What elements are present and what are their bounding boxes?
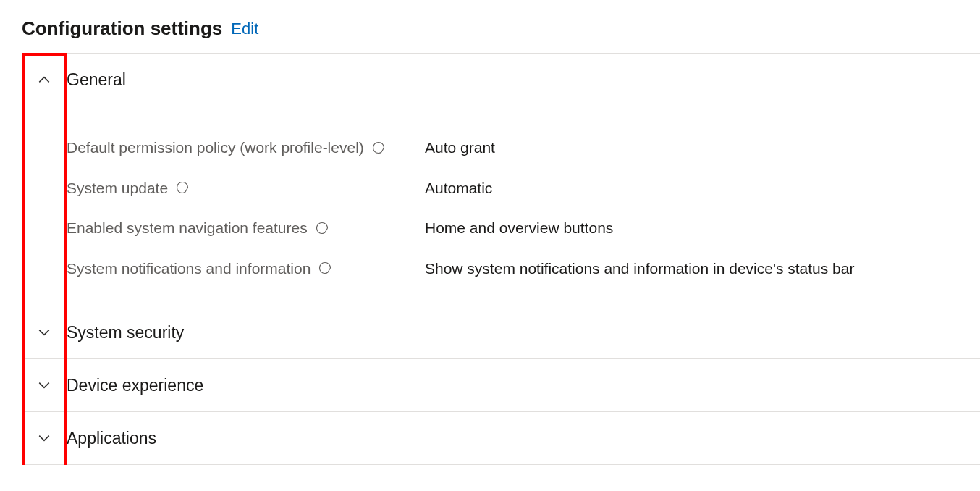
section-title: Device experience — [67, 376, 203, 395]
section-header-applications[interactable]: Applications — [22, 412, 980, 464]
section-title: System security — [67, 323, 184, 343]
section-title: General — [67, 70, 126, 90]
info-icon[interactable] — [371, 140, 386, 155]
setting-row: Enabled system navigation features Home … — [67, 208, 980, 248]
setting-value: Auto grant — [425, 136, 980, 159]
edit-link[interactable]: Edit — [231, 20, 258, 38]
setting-label: Enabled system navigation features — [67, 217, 425, 240]
chevron-up-icon — [22, 73, 67, 86]
page-header: Configuration settings Edit — [0, 0, 980, 53]
setting-value: Automatic — [425, 177, 980, 200]
info-icon[interactable] — [175, 180, 190, 195]
chevron-down-icon — [22, 326, 67, 339]
setting-label: System notifications and information — [67, 257, 425, 280]
section-header-general[interactable]: General — [22, 54, 980, 106]
chevron-down-icon — [22, 432, 67, 445]
page-title: Configuration settings — [22, 17, 222, 40]
section-system-security: System security — [22, 306, 980, 359]
section-header-system-security[interactable]: System security — [22, 306, 980, 358]
setting-label: Default permission policy (work profile-… — [67, 136, 425, 159]
chevron-down-icon — [22, 379, 67, 392]
setting-row: System notifications and information Sho… — [67, 248, 980, 289]
info-icon[interactable] — [318, 261, 332, 275]
setting-value: Show system notifications and informatio… — [425, 257, 980, 280]
section-header-device-experience[interactable]: Device experience — [22, 359, 980, 411]
setting-value: Home and overview buttons — [425, 217, 980, 240]
setting-label: System update — [67, 177, 425, 200]
info-icon[interactable] — [315, 221, 329, 235]
setting-row: Default permission policy (work profile-… — [67, 127, 980, 168]
section-applications: Applications — [22, 412, 980, 465]
section-device-experience: Device experience — [22, 359, 980, 412]
setting-row: System update Automatic — [67, 168, 980, 209]
section-body-general: Default permission policy (work profile-… — [22, 106, 980, 306]
section-general: General Default permission policy (work … — [22, 54, 980, 306]
section-title: Applications — [67, 429, 156, 448]
